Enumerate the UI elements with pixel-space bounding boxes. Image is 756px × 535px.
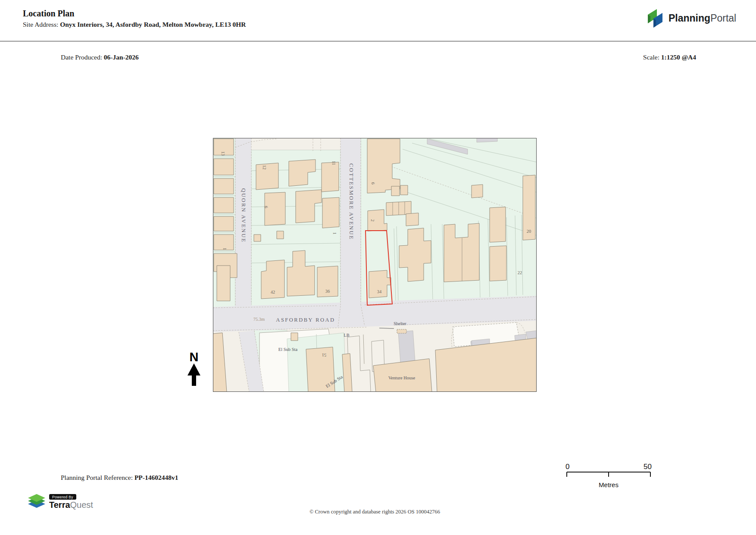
scale-bar-numbers: 0 50 — [565, 463, 652, 471]
crown-copyright-notice: © Crown copyright and database rights 20… — [213, 509, 537, 515]
shelter-mark — [379, 328, 394, 329]
north-label: N — [184, 351, 203, 363]
site-address-label: Site Address: — [23, 21, 58, 28]
map-scale-text: Scale: 1:1250 @A4 — [643, 53, 696, 61]
planning-portal-wordmark: PlanningPortal — [669, 13, 736, 24]
scale-bar-end: 50 — [644, 463, 652, 471]
house-number-6-east: 6 — [371, 182, 375, 184]
house-number-6-west: 6 — [264, 206, 269, 208]
north-arrow-icon — [187, 363, 201, 386]
scale-bar-start: 0 — [565, 463, 569, 471]
house-number-12: 12 — [262, 165, 267, 170]
scale-bar-unit: Metres — [565, 481, 652, 488]
house-number-51: 51 — [322, 353, 327, 357]
road-label-quorn: QUORN AVENUE — [241, 188, 247, 243]
house-number-2: 2 — [370, 219, 375, 221]
house-number-22: 22 — [518, 270, 522, 275]
north-arrow: N — [184, 351, 203, 388]
planning-portal-logo: PlanningPortal — [645, 7, 736, 29]
el-sub-sta-label-1: El Sub Sta — [278, 347, 298, 352]
dimension-label: 75.3m — [253, 317, 265, 322]
header-divider — [0, 41, 756, 41]
site-address-line: Site Address: Onyx Interiors, 34, Asford… — [23, 21, 246, 28]
house-number-1-west: 1 — [222, 247, 227, 250]
page-title: Location Plan — [23, 9, 74, 19]
date-produced: Date Produced: 06-Jan-2026 — [61, 53, 139, 61]
scale-bar: 0 50 Metres — [565, 463, 652, 488]
os-map: QUORN AVENUE COTTESMORE AVENUE ASFORDBY … — [213, 138, 537, 392]
lb-label: LB — [344, 333, 349, 338]
road-label-asfordby: ASFORDBY ROAD — [276, 317, 335, 323]
house-number-42: 42 — [271, 290, 275, 294]
planning-portal-reference: Planning Portal Reference: PP-14602448v1 — [61, 474, 178, 482]
house-number-13: 13 — [221, 151, 225, 156]
venture-house-label: Venture House — [388, 375, 415, 380]
location-plan-map: QUORN AVENUE COTTESMORE AVENUE ASFORDBY … — [213, 138, 537, 392]
house-number-1-east: 1 — [332, 232, 337, 234]
house-number-11: 11 — [331, 161, 336, 165]
terraquest-icon — [28, 494, 46, 510]
site-address-value: Onyx Interiors, 34, Asfordby Road, Melto… — [60, 21, 246, 28]
house-number-36: 36 — [325, 289, 330, 294]
scale-bar-line — [565, 471, 652, 477]
shelter-label: Shelter — [394, 321, 406, 326]
house-number-34: 34 — [377, 289, 382, 294]
road-label-cottesmore: COTTESMORE AVENUE — [348, 163, 354, 240]
house-number-20: 20 — [527, 229, 531, 234]
powered-by-badge: Powered By — [49, 494, 76, 500]
terraquest-wordmark: Powered By TerraQuest — [49, 494, 93, 509]
terraquest-logo: Powered By TerraQuest — [28, 494, 93, 510]
location-plan-page: Location Plan Site Address: Onyx Interio… — [0, 0, 756, 535]
planning-portal-icon — [645, 7, 665, 29]
